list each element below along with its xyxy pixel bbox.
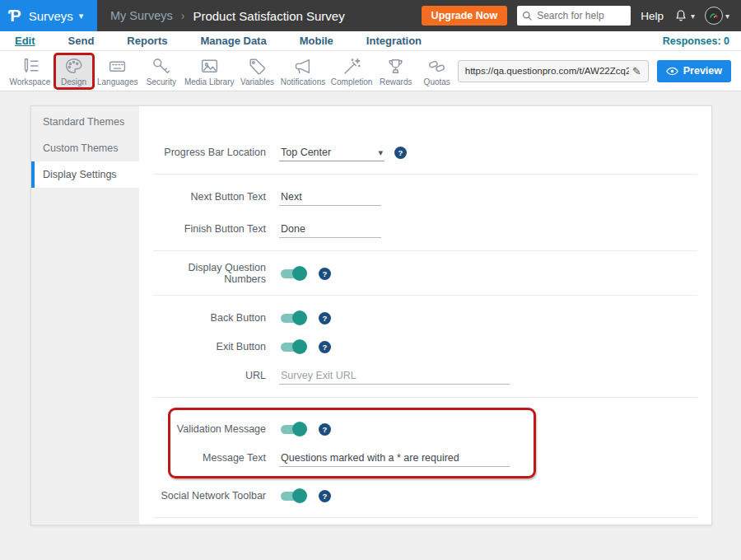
toolbar-item-variables[interactable]: Variables: [237, 54, 278, 89]
finish-button-text-label: Finish Button Text: [153, 223, 266, 235]
toolbar-label: Completion: [331, 77, 373, 86]
survey-url-input[interactable]: [465, 66, 629, 76]
account-menu-button[interactable]: ▾: [705, 7, 729, 25]
toolbar-item-completion[interactable]: Completion: [328, 54, 375, 89]
preview-button[interactable]: Preview: [657, 60, 731, 82]
survey-nav-bar: Edit Send Reports Manage Data Mobile Int…: [0, 31, 741, 51]
toolbar-item-quotas[interactable]: Quotas: [417, 54, 458, 89]
toolbar-label: Notifications: [281, 77, 325, 86]
search-input[interactable]: [537, 10, 626, 21]
next-button-text-input[interactable]: [279, 189, 381, 206]
back-button-toggle[interactable]: [281, 314, 305, 323]
next-button-text-row: Next Button Text: [153, 184, 697, 209]
social-network-toolbar-row: Social Network Toolbar: [153, 483, 697, 508]
bell-icon: [673, 8, 688, 23]
workspace-icon: [20, 56, 40, 77]
progress-bar-location-value: Top Center: [281, 147, 331, 158]
help-icon[interactable]: [319, 268, 331, 280]
upgrade-now-button[interactable]: Upgrade Now: [422, 6, 508, 26]
toolbar-label: Languages: [97, 77, 138, 86]
nav-tab-manage-data[interactable]: Manage Data: [200, 35, 266, 47]
help-search-box[interactable]: [517, 6, 631, 26]
social-network-toolbar-toggle[interactable]: [281, 492, 305, 501]
variables-tag-icon: [247, 56, 268, 77]
help-icon[interactable]: [394, 147, 407, 159]
exit-button-toggle[interactable]: [281, 343, 305, 352]
help-link[interactable]: Help: [641, 10, 664, 22]
breadcrumb: My Surveys › Product Satisfaction Survey: [110, 9, 345, 23]
design-palette-icon: [63, 56, 84, 77]
social-network-toolbar-label: Social Network Toolbar: [153, 490, 266, 502]
progress-bar-location-select[interactable]: Top Center: [279, 143, 384, 161]
exit-button-label: Exit Button: [153, 341, 266, 352]
design-settings-panel: Standard Themes Custom Themes Display Se…: [30, 105, 712, 525]
toolbar-label: Quotas: [424, 77, 450, 86]
page-title: Product Satisfaction Survey: [193, 9, 344, 23]
next-button-text-label: Next Button Text: [153, 191, 266, 203]
validation-message-label: Validation Message: [170, 423, 266, 435]
languages-keyboard-icon: [107, 56, 128, 77]
edit-url-pencil-icon[interactable]: [629, 65, 645, 77]
finish-button-text-row: Finish Button Text: [153, 217, 697, 241]
preview-label: Preview: [683, 65, 722, 77]
search-icon: [522, 11, 533, 21]
exit-url-input[interactable]: [279, 367, 510, 385]
section-divider: [153, 250, 697, 251]
toolbar-label: Variables: [240, 77, 274, 86]
rewards-trophy-icon: [385, 56, 406, 77]
exit-url-row: URL: [153, 363, 697, 388]
nav-tab-edit[interactable]: Edit: [15, 35, 35, 47]
chevron-down-icon: ▾: [79, 11, 84, 21]
help-icon[interactable]: [319, 490, 331, 502]
progress-bar-location-label: Progress Bar Location: [153, 147, 266, 158]
questionpro-logo-icon: Ƥ: [8, 7, 21, 26]
toolbar-item-languages[interactable]: Languages: [95, 54, 141, 89]
validation-message-toggle[interactable]: [281, 425, 305, 434]
nav-tab-mobile[interactable]: Mobile: [300, 35, 333, 47]
eye-icon: [666, 67, 678, 76]
display-question-numbers-toggle[interactable]: [281, 269, 305, 278]
message-text-row: Message Text: [170, 446, 534, 470]
sidebar-item-custom-themes[interactable]: Custom Themes: [31, 135, 139, 161]
quotas-links-icon: [426, 56, 447, 77]
toolbar-item-workspace[interactable]: Workspace: [7, 54, 54, 89]
toolbar-item-notifications[interactable]: Notifications: [278, 54, 329, 89]
toolbar-item-rewards[interactable]: Rewards: [375, 54, 417, 89]
toolbar-item-security[interactable]: Security: [141, 54, 182, 89]
media-library-image-icon: [199, 56, 220, 77]
exit-button-row: Exit Button: [153, 334, 697, 359]
toolbar-item-media-library[interactable]: Media Library: [182, 54, 237, 89]
message-text-label: Message Text: [170, 452, 266, 464]
breadcrumb-separator-icon: ›: [181, 9, 185, 22]
progress-bar-location-row: Progress Bar Location Top Center: [153, 140, 697, 165]
nav-tab-send[interactable]: Send: [68, 35, 95, 47]
chevron-down-icon: ▾: [691, 12, 695, 21]
breadcrumb-my-surveys[interactable]: My Surveys: [110, 9, 173, 22]
help-icon[interactable]: [319, 341, 331, 353]
toolbar-item-design[interactable]: Design: [54, 53, 95, 90]
help-icon[interactable]: [319, 312, 331, 324]
display-question-numbers-label: Display Question Numbers: [153, 262, 266, 285]
toolbar-label: Workspace: [9, 77, 50, 86]
nav-tab-integration[interactable]: Integration: [366, 35, 422, 47]
survey-url-field[interactable]: [458, 60, 649, 82]
responses-count[interactable]: Responses: 0: [663, 35, 729, 47]
edit-toolbar: Workspace Design Languages Security Medi…: [0, 51, 741, 91]
toolbar-label: Design: [61, 77, 86, 86]
notifications-megaphone-icon: [292, 56, 313, 77]
finish-button-text-input[interactable]: [279, 221, 381, 238]
app-logo-surveys-menu[interactable]: Ƥ Surveys ▾: [0, 0, 97, 31]
section-divider: [153, 174, 697, 175]
message-text-input[interactable]: [279, 450, 510, 467]
notifications-bell-button[interactable]: ▾: [673, 8, 695, 23]
nav-tab-reports[interactable]: Reports: [127, 35, 167, 47]
back-button-label: Back Button: [153, 312, 266, 324]
gauge-avatar-icon: [707, 9, 720, 22]
sidebar-item-display-settings[interactable]: Display Settings: [31, 161, 139, 188]
help-icon[interactable]: [319, 423, 331, 436]
security-key-icon: [151, 56, 171, 77]
sidebar-item-standard-themes[interactable]: Standard Themes: [31, 109, 139, 135]
completion-wand-icon: [342, 56, 362, 77]
design-sidebar: Standard Themes Custom Themes Display Se…: [31, 106, 139, 525]
display-question-numbers-row: Display Question Numbers: [153, 261, 697, 286]
